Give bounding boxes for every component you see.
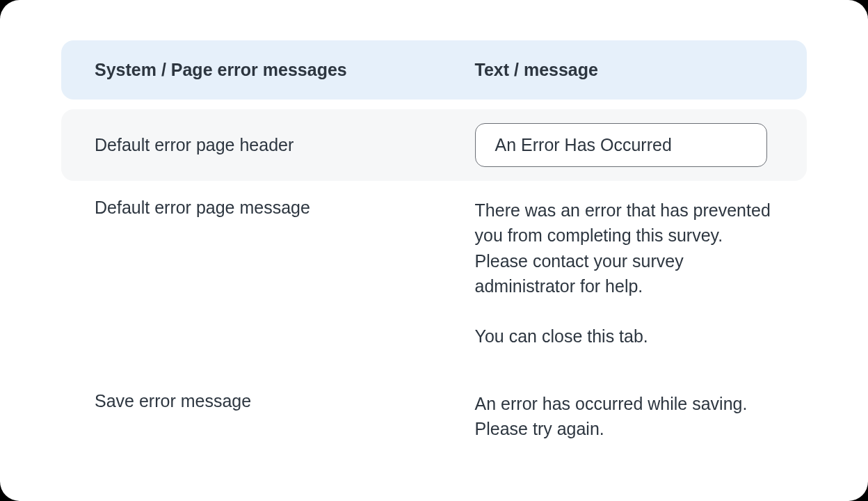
spacer [61, 366, 807, 391]
table-row: Default error page header An Error Has O… [61, 109, 807, 181]
table-row: Default error page message There was an … [61, 181, 807, 366]
default-error-header-input[interactable]: An Error Has Occurred [475, 123, 767, 167]
error-messages-table: System / Page error messages Text / mess… [61, 40, 807, 458]
column-header-system: System / Page error messages [95, 60, 347, 79]
row-label-default-message: Default error page message [95, 198, 310, 217]
save-error-message-text[interactable]: An error has occurred while saving. Plea… [475, 391, 773, 442]
row-label-save-error: Save error message [95, 391, 251, 411]
table-row: Save error message An error has occurred… [61, 391, 807, 459]
default-error-message-text[interactable]: There was an error that has prevented yo… [475, 198, 773, 349]
table-header-row: System / Page error messages Text / mess… [61, 40, 807, 100]
settings-card: System / Page error messages Text / mess… [0, 0, 868, 501]
row-label-default-header: Default error page header [95, 135, 294, 154]
column-header-text: Text / message [475, 60, 598, 79]
spacer [61, 100, 807, 109]
